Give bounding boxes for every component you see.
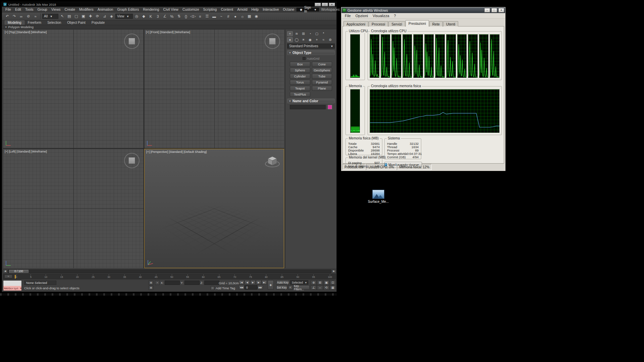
menu-help[interactable]: Help (250, 7, 261, 12)
menu-views[interactable]: Views (49, 7, 63, 12)
tube-button[interactable]: Tube (312, 74, 332, 79)
key-filters-button[interactable]: Key Filters... (293, 285, 310, 290)
render-setup-icon[interactable]: ☼ (239, 13, 246, 19)
open-mini-curve-editor-button[interactable]: ≈ (4, 275, 12, 278)
select-and-scale-icon[interactable]: ⊿ (101, 13, 108, 19)
3dsmax-titlebar[interactable]: 3 Untitled - Autodesk 3ds Max 2018 ‒ □ ✕ (2, 2, 336, 7)
select-and-manipulate-icon[interactable]: ◆ (141, 13, 147, 19)
tab-prestazioni[interactable]: Prestazioni (406, 20, 429, 26)
percent-snap-icon[interactable]: % (169, 13, 175, 19)
current-frame-field[interactable]: 0 (245, 285, 257, 290)
select-and-place-icon[interactable]: ◈ (108, 13, 115, 19)
previous-frame-button[interactable]: ◀ (245, 280, 250, 285)
torus-button[interactable]: Torus (290, 80, 310, 85)
use-pivot-center-icon[interactable]: ◎ (133, 13, 140, 19)
snaps-toggle-icon[interactable]: 3 (155, 13, 161, 19)
go-to-start-button[interactable]: |◀ (239, 280, 244, 285)
object-color-swatch[interactable] (328, 105, 332, 109)
lights-icon[interactable]: ☀ (301, 37, 306, 42)
select-by-name-icon[interactable]: ▤ (66, 13, 72, 19)
ribbon-panel-polygon-modeling[interactable]: ▾ Polygon Modeling (2, 25, 336, 29)
systems-icon[interactable]: ⊛ (327, 37, 333, 42)
menu-file[interactable]: File (3, 7, 13, 12)
maximize-button[interactable]: □ (491, 8, 497, 12)
viewport-perspective-label[interactable]: [+] [Perspective] [Standard] [Default Sh… (146, 150, 207, 154)
viewport-front-label[interactable]: [+] [Front] [Standard] [Wireframe] (146, 31, 190, 34)
create-tab-icon[interactable]: + (287, 31, 293, 36)
ribbon-tab-populate[interactable]: Populate (89, 21, 107, 25)
ribbon-tab-selection[interactable]: Selection (45, 21, 64, 25)
rectangular-selection-icon[interactable]: ▢ (73, 13, 79, 19)
object-type-rollout-header[interactable]: ▼ Object Type (287, 50, 335, 55)
auto-key-button[interactable]: Auto Key (276, 280, 289, 285)
key-step-forward-button[interactable]: ▶▶ (258, 285, 263, 290)
tm-menu-file[interactable]: File (342, 13, 353, 18)
zoom-all-icon[interactable]: ⊞ (317, 280, 323, 285)
window-crossing-icon[interactable]: ▣ (80, 13, 87, 19)
cone-button[interactable]: Cone (312, 62, 332, 67)
ribbon-tab-modeling[interactable]: Modeling (5, 20, 24, 25)
schematic-view-icon[interactable]: # (225, 13, 231, 19)
menu-create[interactable]: Create (63, 7, 77, 12)
go-to-end-button[interactable]: ▶| (262, 280, 267, 285)
ribbon-tab-object-paint[interactable]: Object Paint (64, 21, 88, 25)
named-selection-sets-icon[interactable]: {} (183, 13, 189, 19)
time-slider-left-button[interactable]: ◀ (3, 269, 7, 273)
unlink-selection-icon[interactable]: ⊘ (25, 13, 32, 19)
select-and-rotate-icon[interactable]: ⟳ (94, 13, 101, 19)
menu-modifiers[interactable]: Modifiers (77, 7, 96, 12)
utilities-tab-icon[interactable]: * (321, 31, 326, 36)
menu-animation[interactable]: Animation (96, 7, 115, 12)
menu-civil-view[interactable]: Civil View (161, 7, 180, 12)
ribbon-toggle-icon[interactable]: ▬ (211, 13, 217, 19)
track-bar[interactable]: ≈ 05101520253035404550556065707580859095… (3, 274, 336, 279)
time-slider-right-button[interactable]: ▶ (332, 269, 336, 273)
tm-menu-visualizza[interactable]: Visualizza (370, 13, 391, 18)
primitives-category-dropdown[interactable]: Standard Primitives ▾ (287, 44, 335, 49)
display-tab-icon[interactable]: ▢ (314, 31, 320, 36)
play-button[interactable]: ▶ (250, 280, 256, 285)
viewcube[interactable] (124, 34, 140, 49)
viewport-left-label[interactable]: [+] [Left] [Standard] [Wireframe] (5, 150, 47, 153)
viewcube[interactable] (265, 34, 280, 49)
viewcube[interactable] (124, 153, 140, 168)
tab-processi[interactable]: Processi (369, 21, 388, 26)
set-key-button[interactable]: Set Key (276, 285, 287, 290)
absolute-mode-icon[interactable]: + (155, 281, 160, 285)
render-icon[interactable]: ◉ (253, 13, 260, 19)
x-coordinate-input[interactable] (165, 281, 180, 285)
y-coordinate-input[interactable] (184, 281, 200, 285)
menu-graph-editors[interactable]: Graph Editors (115, 7, 141, 12)
selection-lock-toggle[interactable]: ⊠ (149, 281, 153, 285)
close-button[interactable]: ✕ (498, 8, 504, 12)
maxscript-script-line[interactable]: MAXScript Mi (3, 286, 21, 291)
bind-to-space-warp-icon[interactable]: ≈ (32, 13, 39, 19)
geometry-icon[interactable]: ● (287, 37, 293, 42)
tab-applicazioni[interactable]: Applicazioni (343, 21, 368, 26)
rendered-frame-icon[interactable]: ▦ (246, 13, 253, 19)
orbit-icon[interactable]: ⟲ (323, 285, 329, 290)
name-and-color-rollout-header[interactable]: ▼ Name and Color (287, 99, 335, 103)
menu-rendering[interactable]: Rendering (141, 7, 161, 12)
menu-edit[interactable]: Edit (13, 7, 23, 12)
viewport-top[interactable]: [+] [Top] [Standard] [Wireframe] (3, 29, 144, 148)
menu-scripting[interactable]: Scripting (201, 7, 219, 12)
mirror-icon[interactable]: ◁▷ (190, 13, 196, 19)
viewport-perspective-active[interactable]: [+] [Perspective] [Standard] [Default Sh… (144, 149, 284, 268)
object-name-input[interactable] (290, 105, 326, 109)
tab-utenti[interactable]: Utenti (443, 21, 458, 26)
autogrid-checkbox[interactable] (303, 57, 306, 60)
menu-content[interactable]: Content (219, 7, 235, 12)
plane-button[interactable]: Plane (312, 86, 332, 91)
textplus-button[interactable]: TextPlus (290, 92, 310, 97)
modify-tab-icon[interactable]: ≋ (294, 31, 300, 36)
sign-in-button[interactable]: ☻ Sign In ▾ (296, 7, 319, 12)
shapes-icon[interactable]: ◯ (294, 37, 300, 42)
desktop-icon-surface-me[interactable]: Surface_Me... (368, 190, 389, 203)
zoom-extents-icon[interactable]: ▣ (323, 280, 329, 285)
reference-coordinate-dropdown[interactable]: View ▾ (115, 14, 133, 19)
pyramid-button[interactable]: Pyramid (312, 80, 332, 85)
keyboard-override-icon[interactable]: K (148, 13, 154, 19)
viewport-left[interactable]: [+] [Left] [Standard] [Wireframe] (3, 149, 144, 268)
close-button[interactable]: ✕ (329, 3, 335, 6)
